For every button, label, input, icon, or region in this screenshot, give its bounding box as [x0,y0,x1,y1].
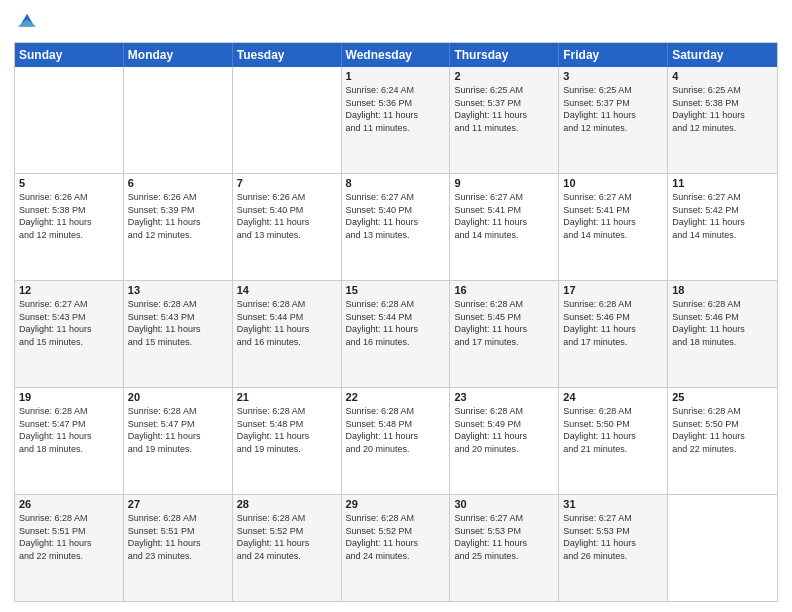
cell-info: Sunrise: 6:26 AM Sunset: 5:38 PM Dayligh… [19,191,119,241]
cell-info: Sunrise: 6:27 AM Sunset: 5:53 PM Dayligh… [454,512,554,562]
header [14,10,778,34]
cell-info: Sunrise: 6:27 AM Sunset: 5:42 PM Dayligh… [672,191,773,241]
day-number: 25 [672,391,773,403]
weekday-header: Sunday [15,43,124,67]
calendar-cell: 20Sunrise: 6:28 AM Sunset: 5:47 PM Dayli… [124,388,233,494]
calendar-cell: 30Sunrise: 6:27 AM Sunset: 5:53 PM Dayli… [450,495,559,601]
calendar-cell: 18Sunrise: 6:28 AM Sunset: 5:46 PM Dayli… [668,281,777,387]
svg-marker-1 [18,19,36,26]
cell-info: Sunrise: 6:28 AM Sunset: 5:46 PM Dayligh… [563,298,663,348]
cell-info: Sunrise: 6:27 AM Sunset: 5:41 PM Dayligh… [454,191,554,241]
calendar-cell: 1Sunrise: 6:24 AM Sunset: 5:36 PM Daylig… [342,67,451,173]
cell-info: Sunrise: 6:28 AM Sunset: 5:50 PM Dayligh… [563,405,663,455]
calendar-cell: 2Sunrise: 6:25 AM Sunset: 5:37 PM Daylig… [450,67,559,173]
day-number: 4 [672,70,773,82]
cell-info: Sunrise: 6:27 AM Sunset: 5:41 PM Dayligh… [563,191,663,241]
weekday-header: Thursday [450,43,559,67]
cell-info: Sunrise: 6:27 AM Sunset: 5:53 PM Dayligh… [563,512,663,562]
day-number: 12 [19,284,119,296]
cell-info: Sunrise: 6:24 AM Sunset: 5:36 PM Dayligh… [346,84,446,134]
calendar-cell: 14Sunrise: 6:28 AM Sunset: 5:44 PM Dayli… [233,281,342,387]
day-number: 5 [19,177,119,189]
calendar-cell: 3Sunrise: 6:25 AM Sunset: 5:37 PM Daylig… [559,67,668,173]
cell-info: Sunrise: 6:28 AM Sunset: 5:46 PM Dayligh… [672,298,773,348]
calendar-cell: 12Sunrise: 6:27 AM Sunset: 5:43 PM Dayli… [15,281,124,387]
calendar-cell: 16Sunrise: 6:28 AM Sunset: 5:45 PM Dayli… [450,281,559,387]
day-number: 31 [563,498,663,510]
cell-info: Sunrise: 6:28 AM Sunset: 5:52 PM Dayligh… [346,512,446,562]
cell-info: Sunrise: 6:28 AM Sunset: 5:48 PM Dayligh… [237,405,337,455]
calendar-cell: 28Sunrise: 6:28 AM Sunset: 5:52 PM Dayli… [233,495,342,601]
day-number: 2 [454,70,554,82]
calendar-cell: 24Sunrise: 6:28 AM Sunset: 5:50 PM Dayli… [559,388,668,494]
calendar-cell: 31Sunrise: 6:27 AM Sunset: 5:53 PM Dayli… [559,495,668,601]
cell-info: Sunrise: 6:26 AM Sunset: 5:39 PM Dayligh… [128,191,228,241]
cell-info: Sunrise: 6:25 AM Sunset: 5:38 PM Dayligh… [672,84,773,134]
weekday-header: Wednesday [342,43,451,67]
day-number: 27 [128,498,228,510]
cell-info: Sunrise: 6:28 AM Sunset: 5:43 PM Dayligh… [128,298,228,348]
logo-icon [16,10,38,32]
cell-info: Sunrise: 6:28 AM Sunset: 5:47 PM Dayligh… [19,405,119,455]
cell-info: Sunrise: 6:26 AM Sunset: 5:40 PM Dayligh… [237,191,337,241]
day-number: 14 [237,284,337,296]
calendar-row: 1Sunrise: 6:24 AM Sunset: 5:36 PM Daylig… [15,67,777,173]
calendar-cell: 10Sunrise: 6:27 AM Sunset: 5:41 PM Dayli… [559,174,668,280]
calendar-header: SundayMondayTuesdayWednesdayThursdayFrid… [15,43,777,67]
calendar-cell: 23Sunrise: 6:28 AM Sunset: 5:49 PM Dayli… [450,388,559,494]
calendar-cell: 5Sunrise: 6:26 AM Sunset: 5:38 PM Daylig… [15,174,124,280]
calendar-cell: 11Sunrise: 6:27 AM Sunset: 5:42 PM Dayli… [668,174,777,280]
cell-info: Sunrise: 6:28 AM Sunset: 5:49 PM Dayligh… [454,405,554,455]
day-number: 1 [346,70,446,82]
calendar-cell: 8Sunrise: 6:27 AM Sunset: 5:40 PM Daylig… [342,174,451,280]
calendar-cell [15,67,124,173]
day-number: 8 [346,177,446,189]
day-number: 9 [454,177,554,189]
day-number: 29 [346,498,446,510]
day-number: 26 [19,498,119,510]
day-number: 16 [454,284,554,296]
day-number: 20 [128,391,228,403]
cell-info: Sunrise: 6:28 AM Sunset: 5:47 PM Dayligh… [128,405,228,455]
cell-info: Sunrise: 6:28 AM Sunset: 5:50 PM Dayligh… [672,405,773,455]
day-number: 18 [672,284,773,296]
day-number: 13 [128,284,228,296]
cell-info: Sunrise: 6:28 AM Sunset: 5:52 PM Dayligh… [237,512,337,562]
calendar-body: 1Sunrise: 6:24 AM Sunset: 5:36 PM Daylig… [15,67,777,601]
day-number: 23 [454,391,554,403]
calendar-cell: 6Sunrise: 6:26 AM Sunset: 5:39 PM Daylig… [124,174,233,280]
calendar-cell: 29Sunrise: 6:28 AM Sunset: 5:52 PM Dayli… [342,495,451,601]
cell-info: Sunrise: 6:28 AM Sunset: 5:44 PM Dayligh… [237,298,337,348]
day-number: 19 [19,391,119,403]
cell-info: Sunrise: 6:27 AM Sunset: 5:40 PM Dayligh… [346,191,446,241]
weekday-header: Tuesday [233,43,342,67]
calendar-row: 5Sunrise: 6:26 AM Sunset: 5:38 PM Daylig… [15,173,777,280]
calendar-cell: 21Sunrise: 6:28 AM Sunset: 5:48 PM Dayli… [233,388,342,494]
calendar-cell: 9Sunrise: 6:27 AM Sunset: 5:41 PM Daylig… [450,174,559,280]
calendar-cell: 7Sunrise: 6:26 AM Sunset: 5:40 PM Daylig… [233,174,342,280]
day-number: 21 [237,391,337,403]
calendar-cell [124,67,233,173]
calendar-cell: 27Sunrise: 6:28 AM Sunset: 5:51 PM Dayli… [124,495,233,601]
day-number: 24 [563,391,663,403]
cell-info: Sunrise: 6:25 AM Sunset: 5:37 PM Dayligh… [563,84,663,134]
logo [14,10,38,34]
page: SundayMondayTuesdayWednesdayThursdayFrid… [0,0,792,612]
weekday-header: Saturday [668,43,777,67]
cell-info: Sunrise: 6:28 AM Sunset: 5:48 PM Dayligh… [346,405,446,455]
calendar-cell: 26Sunrise: 6:28 AM Sunset: 5:51 PM Dayli… [15,495,124,601]
day-number: 30 [454,498,554,510]
day-number: 11 [672,177,773,189]
day-number: 6 [128,177,228,189]
calendar-row: 12Sunrise: 6:27 AM Sunset: 5:43 PM Dayli… [15,280,777,387]
day-number: 17 [563,284,663,296]
day-number: 10 [563,177,663,189]
calendar-row: 19Sunrise: 6:28 AM Sunset: 5:47 PM Dayli… [15,387,777,494]
calendar: SundayMondayTuesdayWednesdayThursdayFrid… [14,42,778,602]
calendar-cell [233,67,342,173]
calendar-cell: 17Sunrise: 6:28 AM Sunset: 5:46 PM Dayli… [559,281,668,387]
weekday-header: Friday [559,43,668,67]
day-number: 15 [346,284,446,296]
cell-info: Sunrise: 6:28 AM Sunset: 5:51 PM Dayligh… [19,512,119,562]
calendar-cell: 19Sunrise: 6:28 AM Sunset: 5:47 PM Dayli… [15,388,124,494]
